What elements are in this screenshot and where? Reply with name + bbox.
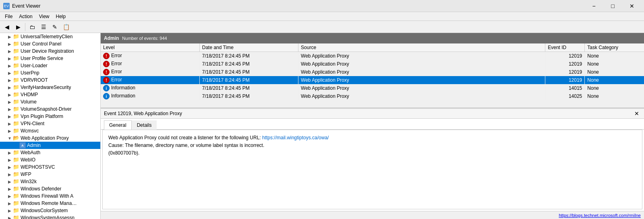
tree-item-userpnp[interactable]: ▶📁UserPnp [0,69,100,76]
detail-header: Event 12019, Web Application Proxy ✕ [101,109,644,119]
col-header-level[interactable]: Level [101,43,199,52]
tree-item-windows-remote-management[interactable]: ▶📁Windows Remote Mana… [0,200,100,207]
cell-level-1: !Error [101,60,199,68]
tree-item-admin[interactable]: AAdmin [0,142,100,149]
tree-label-userpnp: UserPnp [21,70,39,76]
tree-label-volume-snapshot-driver: VolumeSnapshot-Driver [21,106,72,112]
cell-source-4: Web Application Proxy [298,84,545,92]
table-row[interactable]: iInformation7/18/2017 8:24:45 PMWeb Appl… [101,84,644,92]
events-table-container[interactable]: Level Date and Time Source Event ID Task… [101,43,644,108]
tree-item-web-application-proxy[interactable]: ▼📂Web Application Proxy [0,134,100,142]
toolbar-clipboard-button[interactable]: 📋 [61,22,71,32]
detail-content-code: (0x8007007b). [108,150,139,156]
tree-item-wfp[interactable]: ▶📁WFP [0,171,100,178]
col-header-taskcategory[interactable]: Task Category [585,43,644,52]
toolbar-forward-button[interactable]: ▶ [13,22,23,32]
tree-item-windows-defender[interactable]: ▶📁Windows Defender [0,185,100,192]
tree-item-windows-system-assessn[interactable]: ▶📁WindowsSystemAssessn [0,214,100,219]
tree-arrow-volume-snapshot-driver: ▶ [6,107,13,112]
col-header-datetime[interactable]: Date and Time [199,43,298,52]
tree-label-vpn-client: VPN-Client [21,121,44,126]
menu-help[interactable]: Help [53,13,69,20]
tree-label-wcmsvc: Wcmsvc [21,128,39,134]
tree-item-user-loader[interactable]: ▶📁User-Loader [0,62,100,69]
menu-file[interactable]: File [2,13,16,20]
folder-icon-windows-system-assessn: 📁 [13,215,19,219]
table-row[interactable]: iInformation7/18/2017 8:24:45 PMWeb Appl… [101,92,644,100]
folder-icon-volume: 📁 [13,99,19,105]
tree-label-vdrvroot: VDRVROOT [21,77,48,83]
tree-item-universal-telemetry[interactable]: ▶📁UniversalTelemetryClien [0,33,100,40]
right-panel: Admin Number of events: 944 Level Date a… [101,33,644,219]
tab-general[interactable]: General [104,120,132,130]
tree-item-vpn-client[interactable]: ▶📁VPN-Client [0,120,100,127]
tree-item-wcmsvc[interactable]: ▶📁Wcmsvc [0,127,100,134]
tree-item-user-control-panel[interactable]: ▶📁User Control Panel [0,40,100,48]
tree-item-webauth[interactable]: ▶📁WebAuth [0,149,100,156]
table-row[interactable]: !Error7/18/2017 8:24:45 PMWeb Applicatio… [101,60,644,68]
toolbar-back-button[interactable]: ◀ [2,22,12,32]
menu-action[interactable]: Action [16,13,35,20]
menu-view[interactable]: View [36,13,53,20]
tree-arrow-vpn-plugin-platform: ▶ [6,114,13,119]
col-header-eventid[interactable]: Event ID [545,43,585,52]
toolbar: ◀ ▶ 🗀 ☰ ✎ 📋 [0,21,644,33]
tree-arrow-user-device-registration: ▶ [6,49,13,54]
toolbar-folder-button[interactable]: 🗀 [27,22,37,32]
tree-item-vhdmp[interactable]: ▶📁VHDMP [0,91,100,98]
events-count: Number of events: 944 [122,36,167,41]
cell-event_id-1: 12019 [545,60,585,68]
tree-arrow-vdrvroot: ▶ [6,78,13,83]
tree-label-user-loader: User-Loader [21,63,48,68]
cell-event_id-3: 12019 [545,76,585,84]
tree-item-windowscolorsystem[interactable]: ▶📁WindowsColorSystem [0,207,100,214]
toolbar-edit-button[interactable]: ✎ [50,22,60,32]
tree-item-win32k[interactable]: ▶📁Win32k [0,178,100,185]
tree-item-windows-firewall[interactable]: ▶📁Windows Firewall With A [0,192,100,200]
info-icon: i [103,93,110,99]
tree-label-windows-system-assessn: WindowsSystemAssessn [21,215,75,219]
table-row[interactable]: !Error7/18/2017 8:24:45 PMWeb Applicatio… [101,76,644,84]
tree-label-verify-hardware-security: VerifyHardwareSecurity [21,85,71,90]
tree-item-volume[interactable]: ▶📁Volume [0,98,100,105]
col-header-source[interactable]: Source [298,43,545,52]
table-row[interactable]: !Error7/18/2017 8:24:45 PMWeb Applicatio… [101,52,644,60]
tree-label-universal-telemetry: UniversalTelemetryClien [21,34,72,39]
minimize-button[interactable]: − [585,0,603,12]
toolbar-list-button[interactable]: ☰ [38,22,49,32]
tree-item-webio[interactable]: ▶📁WebIO [0,156,100,163]
tree-item-wephostsvc[interactable]: ▶📁WEPHOSTSVC [0,163,100,171]
tree-item-vpn-plugin-platform[interactable]: ▶📁Vpn Plugin Platform [0,113,100,120]
detail-content-url[interactable]: https://mail.wingtiptoys.ca/owa/ [262,135,329,140]
folder-icon-windowscolorsystem: 📁 [13,207,19,214]
tree-panel[interactable]: ▶📁UniversalTelemetryClien▶📁User Control … [0,33,101,219]
window-controls: − □ ✕ [585,0,641,12]
folder-icon-vdrvroot: 📁 [13,77,19,83]
tree-arrow-userpnp: ▶ [6,71,13,75]
tree-item-verify-hardware-security[interactable]: ▶📁VerifyHardwareSecurity [0,84,100,91]
detail-close-button[interactable]: ✕ [633,110,641,117]
tree-item-vdrvroot[interactable]: ▶📁VDRVROOT [0,76,100,84]
tree-label-wfp: WFP [21,171,31,177]
close-button[interactable]: ✕ [623,0,641,12]
tree-arrow-user-loader: ▶ [6,64,13,68]
events-table-wrapper[interactable]: Level Date and Time Source Event ID Task… [101,43,644,107]
tree-label-wephostsvc: WEPHOSTSVC [21,164,55,170]
tree-arrow-webio: ▶ [6,158,13,162]
tree-item-user-device-registration[interactable]: ▶📁User Device Registration [0,48,100,55]
folder-icon-windows-remote-management: 📁 [13,200,19,207]
tree-item-volume-snapshot-driver[interactable]: ▶📁VolumeSnapshot-Driver [0,105,100,113]
error-icon: ! [103,77,110,83]
tree-arrow-wfp: ▶ [6,172,13,177]
events-header: Admin Number of events: 944 [101,33,644,43]
table-row[interactable]: !Error7/18/2017 8:24:45 PMWeb Applicatio… [101,68,644,76]
maximize-button[interactable]: □ [604,0,622,12]
tree-arrow-wcmsvc: ▶ [6,129,13,133]
tree-item-user-profile-service[interactable]: ▶📁User Profile Service [0,55,100,62]
tree-label-admin: Admin [27,143,41,148]
folder-icon-vpn-plugin-platform: 📁 [13,113,19,120]
status-bar-url[interactable]: https://blogs.technet.microsoft.com/rmiI… [559,213,641,218]
tree-label-web-application-proxy: Web Application Proxy [21,135,69,141]
tab-details[interactable]: Details [132,120,157,130]
folder-icon-wephostsvc: 📁 [13,164,19,170]
